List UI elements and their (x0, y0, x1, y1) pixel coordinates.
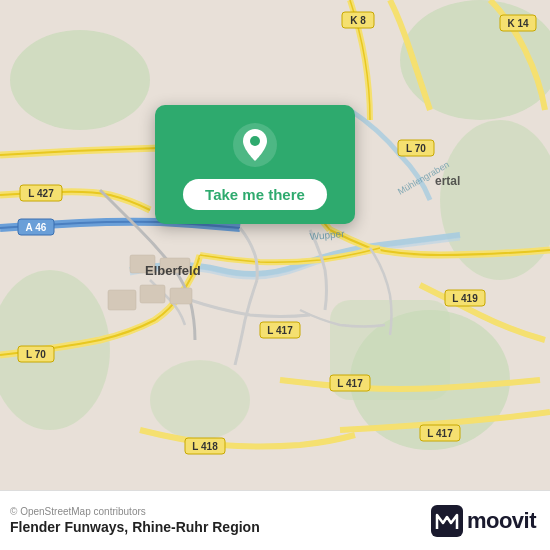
svg-text:ertal: ertal (435, 174, 460, 188)
bottom-left-info: © OpenStreetMap contributors Flender Fun… (10, 506, 260, 535)
svg-text:K 14: K 14 (507, 18, 529, 29)
svg-text:A 46: A 46 (26, 222, 47, 233)
svg-text:L 419: L 419 (452, 293, 478, 304)
take-me-there-button[interactable]: Take me there (183, 179, 327, 210)
svg-text:L 427: L 427 (28, 188, 54, 199)
svg-text:L 418: L 418 (192, 441, 218, 452)
svg-text:L 417: L 417 (337, 378, 363, 389)
svg-point-1 (10, 30, 150, 130)
map-attribution: © OpenStreetMap contributors (10, 506, 260, 517)
svg-rect-12 (170, 288, 192, 304)
moovit-text: moovit (467, 508, 536, 534)
svg-text:Elberfeld: Elberfeld (145, 263, 201, 278)
svg-text:K 8: K 8 (350, 15, 366, 26)
svg-point-6 (150, 360, 250, 440)
bottom-bar: © OpenStreetMap contributors Flender Fun… (0, 490, 550, 550)
svg-text:L 70: L 70 (26, 349, 46, 360)
svg-text:L 70: L 70 (406, 143, 426, 154)
moovit-m-icon (431, 505, 463, 537)
svg-point-42 (250, 136, 260, 146)
place-name: Flender Funways, Rhine-Ruhr Region (10, 519, 260, 535)
svg-text:L 417: L 417 (267, 325, 293, 336)
svg-text:L 417: L 417 (427, 428, 453, 439)
location-card[interactable]: Take me there (155, 105, 355, 224)
location-pin-icon (233, 123, 277, 167)
map-container: L 70 L 427 A 46 K 8 K 14 L 70 L 70 L 419… (0, 0, 550, 490)
svg-rect-10 (108, 290, 136, 310)
moovit-logo: moovit (431, 505, 536, 537)
svg-rect-11 (140, 285, 165, 303)
map-background: L 70 L 427 A 46 K 8 K 14 L 70 L 70 L 419… (0, 0, 550, 490)
